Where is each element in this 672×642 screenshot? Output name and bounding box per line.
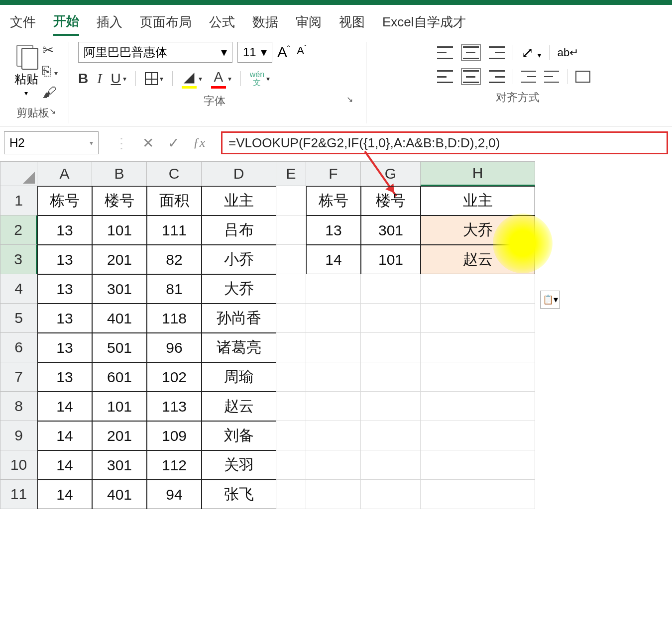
col-header-B[interactable]: B	[92, 161, 147, 186]
cell-H9[interactable]	[421, 421, 535, 450]
cell-H6[interactable]	[421, 333, 535, 362]
chevron-down-icon[interactable]: ▾	[24, 89, 28, 97]
cell-G7[interactable]	[361, 362, 421, 392]
col-header-H[interactable]: H	[421, 161, 535, 186]
cell-D6[interactable]: 诸葛亮	[202, 333, 276, 362]
cell-D5[interactable]: 孙尚香	[202, 304, 276, 333]
cell-G9[interactable]	[361, 421, 421, 450]
col-header-G[interactable]: G	[361, 161, 421, 186]
tab-review[interactable]: 审阅	[296, 13, 322, 35]
clipboard-dialog-launcher[interactable]: ↘	[49, 107, 56, 116]
bold-button[interactable]: B	[78, 71, 88, 87]
cell-E11[interactable]	[276, 480, 306, 509]
cell-H2[interactable]: 大乔	[421, 215, 535, 245]
col-header-C[interactable]: C	[147, 161, 202, 186]
cell-A1[interactable]: 栋号	[37, 186, 92, 215]
cell-E7[interactable]	[276, 362, 306, 392]
cell-E2[interactable]	[276, 215, 306, 245]
accept-formula-button[interactable]: ✓	[168, 135, 179, 151]
cell-B1[interactable]: 楼号	[92, 186, 147, 215]
cell-D11[interactable]: 张飞	[202, 480, 276, 509]
cell-F6[interactable]	[306, 333, 361, 362]
formula-input[interactable]: =VLOOKUP(F2&G2,IF({1,0},A:A&B:B,D:D),2,0…	[221, 131, 668, 154]
cell-H8[interactable]	[421, 392, 535, 421]
align-bottom-button[interactable]	[489, 46, 505, 59]
cell-C7[interactable]: 102	[147, 362, 202, 392]
align-top-button[interactable]	[437, 46, 453, 59]
cell-F4[interactable]	[306, 274, 361, 304]
cell-E9[interactable]	[276, 421, 306, 450]
decrease-indent-button[interactable]	[521, 71, 536, 83]
decrease-font-button[interactable]: Aˇ	[297, 44, 306, 57]
row-header-7[interactable]: 7	[0, 362, 37, 392]
cell-A2[interactable]: 13	[37, 215, 92, 245]
tab-home[interactable]: 开始	[53, 12, 79, 36]
cell-A5[interactable]: 13	[37, 304, 92, 333]
row-header-5[interactable]: 5	[0, 304, 37, 333]
cell-F2[interactable]: 13	[306, 215, 361, 245]
cell-C1[interactable]: 面积	[147, 186, 202, 215]
cancel-formula-button[interactable]: ✕	[142, 135, 154, 151]
cell-G4[interactable]	[361, 274, 421, 304]
cell-H7[interactable]	[421, 362, 535, 392]
tab-excel-self[interactable]: Excel自学成才	[382, 13, 466, 35]
format-painter-button[interactable]: 🖌	[42, 84, 58, 101]
align-center-button[interactable]	[463, 70, 479, 83]
cell-H5[interactable]	[421, 304, 535, 333]
paste-options-button[interactable]: 📋▾	[540, 291, 560, 309]
cell-A9[interactable]: 14	[37, 421, 92, 450]
cell-E3[interactable]	[276, 245, 306, 274]
cell-H4[interactable]	[421, 274, 535, 304]
fill-color-button[interactable]: ◢ ▾	[182, 69, 202, 89]
cell-G1[interactable]: 楼号	[361, 186, 421, 215]
cell-C2[interactable]: 111	[147, 215, 202, 245]
cell-C10[interactable]: 112	[147, 450, 202, 480]
font-color-button[interactable]: A ▾	[211, 69, 231, 89]
insert-function-button[interactable]: ƒx	[193, 135, 206, 150]
italic-button[interactable]: I	[97, 71, 102, 87]
cell-B4[interactable]: 301	[92, 274, 147, 304]
col-header-E[interactable]: E	[276, 161, 306, 186]
font-dialog-launcher[interactable]: ↘	[346, 95, 353, 104]
orientation-button[interactable]: ⤢ ▾	[521, 44, 541, 61]
row-header-2[interactable]: 2	[0, 215, 37, 245]
cell-G5[interactable]	[361, 304, 421, 333]
cell-E6[interactable]	[276, 333, 306, 362]
cell-F10[interactable]	[306, 450, 361, 480]
cell-A4[interactable]: 13	[37, 274, 92, 304]
cell-B5[interactable]: 401	[92, 304, 147, 333]
select-all-corner[interactable]	[0, 161, 37, 186]
row-header-4[interactable]: 4	[0, 274, 37, 304]
row-header-1[interactable]: 1	[0, 186, 37, 215]
cell-F11[interactable]	[306, 480, 361, 509]
cell-G3[interactable]: 101	[361, 245, 421, 274]
cell-D1[interactable]: 业主	[202, 186, 276, 215]
cell-G6[interactable]	[361, 333, 421, 362]
cell-G2[interactable]: 301	[361, 215, 421, 245]
cell-D3[interactable]: 小乔	[202, 245, 276, 274]
formula-menu-icon[interactable]: ⋮	[114, 135, 128, 151]
cell-B2[interactable]: 101	[92, 215, 147, 245]
name-box[interactable]: H2 ▾	[4, 131, 99, 154]
cell-B11[interactable]: 401	[92, 480, 147, 509]
cell-F3[interactable]: 14	[306, 245, 361, 274]
tab-view[interactable]: 视图	[339, 13, 365, 35]
row-header-10[interactable]: 10	[0, 450, 37, 480]
cell-H1[interactable]: 业主	[421, 186, 535, 215]
cell-D8[interactable]: 赵云	[202, 392, 276, 421]
cell-A7[interactable]: 13	[37, 362, 92, 392]
cell-B9[interactable]: 201	[92, 421, 147, 450]
cell-D10[interactable]: 关羽	[202, 450, 276, 480]
merge-cells-button[interactable]	[575, 71, 590, 83]
font-size-select[interactable]: 11 ▾	[237, 42, 272, 63]
copy-button[interactable]: ⎘ ▾	[42, 63, 58, 79]
cell-F5[interactable]	[306, 304, 361, 333]
cell-G11[interactable]	[361, 480, 421, 509]
wrap-text-button[interactable]: ab↵	[558, 46, 578, 59]
cell-B6[interactable]: 501	[92, 333, 147, 362]
cell-E4[interactable]	[276, 274, 306, 304]
cell-B8[interactable]: 101	[92, 392, 147, 421]
cell-A10[interactable]: 14	[37, 450, 92, 480]
col-header-D[interactable]: D	[202, 161, 276, 186]
cell-A11[interactable]: 14	[37, 480, 92, 509]
